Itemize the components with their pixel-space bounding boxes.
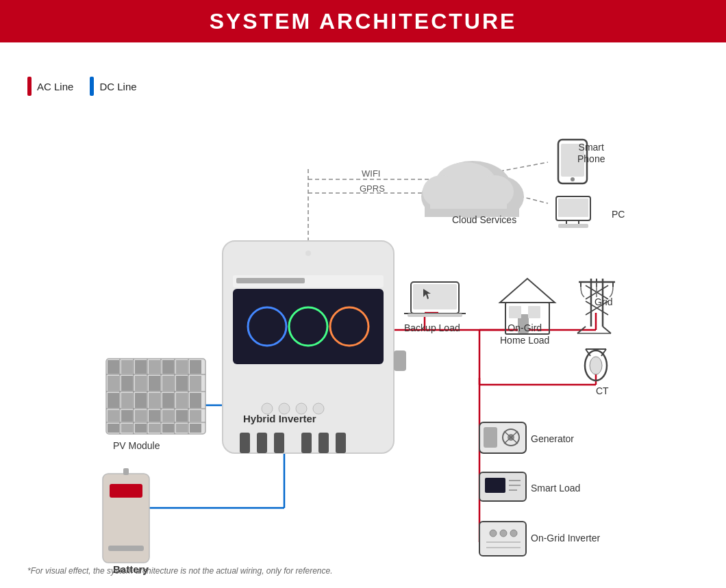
svg-rect-84 [121, 424, 133, 433]
svg-rect-77 [121, 410, 133, 422]
smart-phone-label: SmartPhone [577, 142, 605, 165]
svg-rect-73 [162, 393, 174, 408]
hybrid-inverter-label: Hybrid Inverter [243, 412, 316, 426]
svg-rect-82 [190, 410, 201, 422]
svg-rect-70 [121, 393, 133, 408]
svg-rect-87 [162, 424, 174, 433]
svg-rect-60 [176, 360, 188, 374]
svg-text:GPRS: GPRS [360, 183, 385, 194]
generator-label: Generator [531, 433, 574, 445]
svg-rect-57 [135, 360, 147, 374]
svg-rect-34 [274, 433, 284, 453]
svg-point-104 [571, 177, 575, 181]
svg-line-132 [603, 327, 611, 333]
svg-rect-37 [336, 433, 346, 453]
svg-text:WIFI: WIFI [362, 168, 380, 179]
svg-point-135 [590, 357, 602, 374]
svg-rect-112 [413, 284, 457, 309]
svg-rect-86 [149, 424, 160, 433]
main-content: AC Line DC Line [0, 42, 726, 588]
svg-rect-80 [162, 410, 174, 422]
architecture-diagram: WIFI GPRS [0, 42, 726, 588]
svg-rect-63 [121, 376, 133, 391]
svg-rect-150 [479, 522, 526, 556]
svg-point-155 [510, 530, 517, 537]
svg-rect-61 [190, 360, 201, 374]
svg-rect-26 [233, 289, 384, 364]
on-grid-inverter-label: On-Grid Inverter [531, 532, 600, 544]
svg-rect-32 [240, 433, 250, 453]
grid-label: Grid [594, 296, 612, 308]
svg-rect-58 [149, 360, 160, 374]
svg-rect-91 [110, 484, 142, 498]
svg-rect-56 [121, 360, 133, 374]
svg-rect-119 [509, 306, 521, 318]
svg-rect-66 [162, 376, 174, 391]
svg-rect-69 [108, 393, 119, 408]
smart-load-label: Smart Load [531, 482, 580, 494]
svg-rect-33 [257, 433, 267, 453]
svg-rect-140 [484, 427, 497, 448]
svg-rect-55 [108, 360, 119, 374]
svg-rect-31 [236, 278, 305, 283]
svg-rect-72 [149, 393, 160, 408]
svg-rect-92 [108, 546, 144, 551]
svg-point-151 [490, 530, 497, 537]
svg-rect-88 [176, 424, 188, 433]
on-grid-home-load-label: On-GirdHome Load [500, 322, 549, 346]
svg-rect-110 [558, 224, 588, 228]
backup-load-label: Backup Load [404, 322, 460, 334]
footer-note: *For visual effect, the system architect… [27, 566, 333, 576]
svg-rect-146 [485, 478, 505, 493]
svg-rect-81 [176, 410, 188, 422]
svg-rect-79 [149, 410, 160, 422]
pc-label: PC [612, 208, 625, 220]
svg-rect-36 [318, 433, 329, 453]
svg-rect-67 [176, 376, 188, 391]
svg-rect-101 [430, 190, 507, 209]
cloud-services-label: Cloud Services [452, 214, 516, 226]
svg-point-43 [305, 251, 311, 256]
svg-marker-116 [500, 279, 555, 303]
svg-rect-75 [190, 393, 201, 408]
svg-rect-115 [408, 314, 462, 317]
svg-rect-106 [558, 199, 588, 217]
svg-rect-71 [135, 393, 147, 408]
ct-label: CT [596, 385, 609, 397]
svg-rect-93 [123, 468, 129, 475]
svg-rect-35 [301, 433, 312, 453]
svg-rect-65 [149, 376, 160, 391]
header: SYSTEM ARCHITECTURE [0, 0, 726, 42]
svg-rect-68 [190, 376, 201, 391]
svg-rect-74 [176, 393, 188, 408]
svg-rect-64 [135, 376, 147, 391]
svg-rect-62 [108, 376, 119, 391]
svg-rect-89 [190, 424, 201, 433]
svg-rect-59 [162, 360, 174, 374]
svg-rect-76 [108, 410, 119, 422]
svg-rect-85 [135, 424, 147, 433]
page-title: SYSTEM ARCHITECTURE [210, 9, 517, 34]
pv-module-label: PV Module [113, 439, 160, 452]
svg-rect-78 [135, 410, 147, 422]
svg-rect-120 [528, 306, 540, 318]
svg-rect-38 [394, 350, 406, 371]
svg-point-152 [500, 530, 507, 537]
svg-rect-83 [108, 424, 119, 433]
